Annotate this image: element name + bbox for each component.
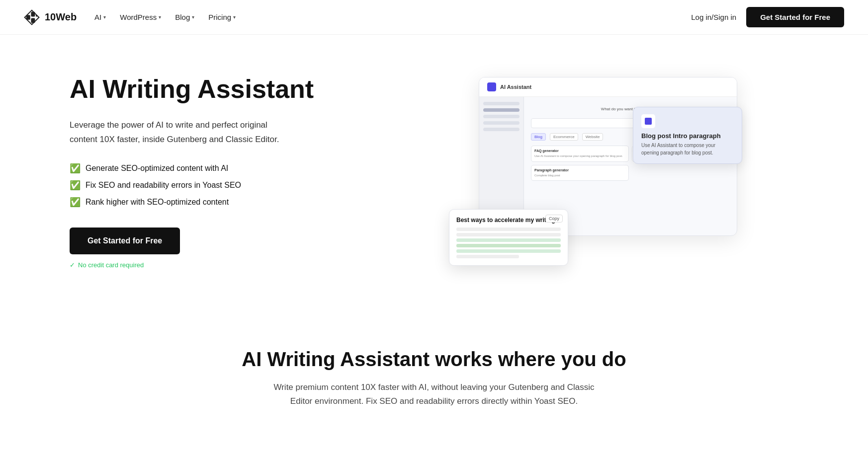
editor-line-short xyxy=(456,255,519,258)
feature-item-3: ✅ Rank higher with SEO-optimized content xyxy=(70,197,328,208)
editor-lines xyxy=(456,228,561,258)
navbar: 10Web AI ▾ WordPress ▾ Blog ▾ Pricing ▾ … xyxy=(0,0,868,35)
hero-features-list: ✅ Generate SEO-optimized content with AI… xyxy=(70,163,328,208)
check-icon: ✅ xyxy=(70,197,81,208)
ai-assistant-icon xyxy=(487,82,496,91)
feature-item-2: ✅ Fix SEO and readability errors in Yoas… xyxy=(70,180,328,191)
card-title-3: Paragraph generator xyxy=(534,168,625,172)
chevron-down-icon: ▾ xyxy=(103,14,106,20)
nav-blog[interactable]: Blog ▾ xyxy=(175,13,194,21)
nav-left: 10Web AI ▾ WordPress ▾ Blog ▾ Pricing ▾ xyxy=(24,9,236,25)
mockup-panel-title: AI Assistant xyxy=(500,84,531,90)
hero-description: Leverage the power of AI to write and pe… xyxy=(70,118,288,147)
float-icon xyxy=(645,118,652,125)
nav-right: Log in/Sign in Get Started for Free xyxy=(691,7,844,27)
nav-pricing[interactable]: Pricing ▾ xyxy=(208,13,236,21)
sidebar-item-mock xyxy=(483,102,520,105)
chevron-down-icon: ▾ xyxy=(192,14,194,20)
feature-label-3: Rank higher with SEO-optimized content xyxy=(86,198,229,207)
brand-name: 10Web xyxy=(45,11,77,23)
feature-item-1: ✅ Generate SEO-optimized content with AI xyxy=(70,163,328,174)
check-icon: ✅ xyxy=(70,163,81,174)
editor-line-highlight xyxy=(456,249,561,253)
hero-section: AI Writing Assistant Leverage the power … xyxy=(0,35,868,308)
sidebar-item-mock xyxy=(483,115,520,118)
editor-line xyxy=(456,228,561,231)
float-card-desc: Use AI Assistant to compose your opening… xyxy=(641,142,734,156)
hero-cta-button[interactable]: Get Started for Free xyxy=(70,228,180,254)
check-icon: ✅ xyxy=(70,180,81,191)
card-text-1: Use AI Assistant to compose your opening… xyxy=(534,154,625,158)
editor-line-highlight xyxy=(456,238,561,242)
card-text-3: Complete blog post xyxy=(534,173,625,177)
nav-links: AI ▾ WordPress ▾ Blog ▾ Pricing ▾ xyxy=(94,13,236,21)
chevron-down-icon: ▾ xyxy=(159,14,161,20)
hero-right: AI Assistant What do you want to write t… xyxy=(358,77,828,266)
nav-cta-button[interactable]: Get Started for Free xyxy=(746,7,844,27)
login-link[interactable]: Log in/Sign in xyxy=(691,13,736,21)
mockup-wrapper: AI Assistant What do you want to write t… xyxy=(449,77,737,266)
logo-link[interactable]: 10Web xyxy=(24,9,77,25)
mockup-editor-card: Copy Best ways to accelerate my writing xyxy=(449,209,568,266)
mockup-card-3: Paragraph generator Complete blog post xyxy=(531,165,629,181)
feature-label-1: Generate SEO-optimized content with AI xyxy=(86,164,228,173)
editor-line-highlight xyxy=(456,244,561,247)
editor-line xyxy=(456,233,561,236)
copy-button[interactable]: Copy xyxy=(545,215,563,223)
hero-cta-group: Get Started for Free ✓ No credit card re… xyxy=(70,228,328,269)
nav-ai[interactable]: AI ▾ xyxy=(94,13,106,21)
mockup-card-1: FAQ generator Use AI Assistant to compos… xyxy=(531,146,629,161)
float-icon-row xyxy=(641,114,734,128)
tab-ecommerce: Ecommerce xyxy=(550,133,578,141)
sidebar-item-mock xyxy=(483,108,520,112)
check-icon: ✓ xyxy=(70,261,75,269)
card-title-1: FAQ generator xyxy=(534,149,625,152)
nav-wordpress[interactable]: WordPress ▾ xyxy=(120,13,161,21)
tab-blog: Blog xyxy=(531,133,546,141)
hero-left: AI Writing Assistant Leverage the power … xyxy=(70,75,328,269)
hero-title: AI Writing Assistant xyxy=(70,75,328,104)
tab-website: Website xyxy=(582,133,604,141)
section2-description: Write premium content 10X faster with AI… xyxy=(265,380,603,409)
chevron-down-icon: ▾ xyxy=(233,14,236,20)
mockup-float-card: Blog post Intro paragraph Use AI Assista… xyxy=(633,107,742,164)
mockup-top-bar: AI Assistant xyxy=(479,77,737,97)
float-icon-box xyxy=(641,114,655,128)
section2-title: AI Writing Assistant works where you do xyxy=(20,348,848,371)
feature-label-2: Fix SEO and readability errors in Yoast … xyxy=(86,181,241,190)
float-card-title: Blog post Intro paragraph xyxy=(641,132,734,140)
no-card-label: ✓ No credit card required xyxy=(70,261,328,269)
sidebar-item-mock xyxy=(483,121,520,125)
sidebar-item-mock xyxy=(483,128,520,131)
logo-icon xyxy=(24,9,40,25)
section-works-where: AI Writing Assistant works where you do … xyxy=(0,308,868,439)
